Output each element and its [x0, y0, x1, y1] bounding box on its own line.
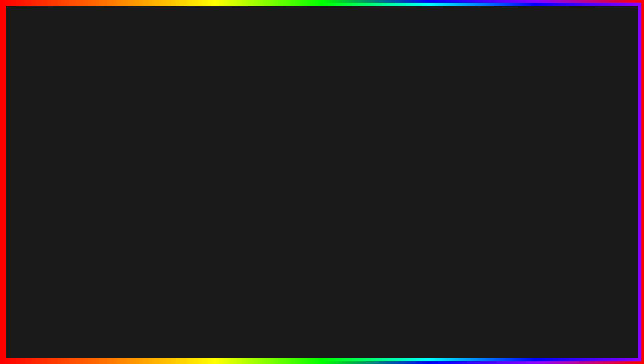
sidebar-dungeon-r-label: Dungeon	[463, 136, 479, 141]
auto-near-card[interactable]: Auto Near Mob	[85, 181, 186, 193]
pastebin-word: PASTEBIN	[392, 314, 542, 347]
skull-icon: 💀	[544, 312, 565, 331]
logo-blox-text: BLOX	[576, 309, 615, 321]
auto-near-label: Auto Near Mob	[90, 184, 181, 189]
sidebar-item-dungeon[interactable]: ⚔ Dungeon	[42, 154, 80, 165]
home-icon: 🏠	[46, 114, 51, 120]
sidebar-item-player[interactable]: 👤 Player	[42, 133, 80, 144]
script-word: SCRIPT	[274, 314, 384, 347]
farming-subtitle: Auto Farm	[90, 137, 107, 141]
setting-icon: ⚙	[45, 125, 50, 130]
weapon-select-label: Select Weapon Melee	[90, 152, 129, 157]
left-window-controls: — □ ✕	[168, 101, 187, 106]
right-window-title: Annie Hub By Mars	[455, 101, 495, 106]
farming-card-title: Farming	[90, 131, 181, 136]
right-window-body: 🌀 Teleport 🍎 Devil Fruit ⚔ Dungeon » Rac…	[452, 108, 607, 242]
sidebar-item-devil-fruit-r[interactable]: 🍎 Devil Fruit	[452, 122, 492, 133]
sidebar-misc-label: Misc	[463, 168, 471, 173]
auto-kill-players-label: Auto Kill Players Trial	[502, 178, 543, 183]
level-row[interactable]: Auto Farm Level ✔	[85, 164, 186, 177]
level-checkmark: ✔	[121, 167, 126, 174]
level-text: Auto Farm Level ✔	[90, 167, 181, 174]
sidebar-setting-label: Setting	[53, 125, 65, 130]
auto-kill-players-toggle[interactable]	[585, 177, 597, 183]
weapon-select-row[interactable]: Select Weapon Melee ▼	[85, 149, 186, 160]
svg-point-9	[165, 246, 171, 250]
left-content-title: Main	[85, 113, 186, 122]
sidebar-item-setting[interactable]: ⚙ Setting	[42, 122, 80, 133]
left-maximize-button[interactable]: □	[177, 101, 179, 106]
auto-trial-row[interactable]: Auto Trial	[497, 190, 602, 204]
sidebar-main-label: Main	[54, 115, 63, 119]
sidebar-race-v4-label: Race V4	[464, 147, 480, 151]
right-minimize-button[interactable]: —	[585, 101, 589, 106]
race-door-row[interactable]: Race Door ›	[497, 141, 602, 154]
race-door-chevron: ›	[596, 145, 597, 150]
redeem-card[interactable]: Redeem All Code Redeem all codes...	[85, 196, 186, 213]
right-window-titlebar: Annie Hub By Mars — □ ✕	[452, 99, 607, 108]
sidebar-df-r-label: Devil Fruit	[463, 125, 481, 130]
right-window-controls: — □ ✕	[585, 101, 604, 106]
sidebar-item-main[interactable]: 🏠 Main	[42, 112, 80, 122]
sidebar-devil-fruit-label: Devil Fruit	[53, 147, 71, 151]
redeem-sub: Redeem all codes...	[90, 205, 181, 209]
left-window-title: Annie Hub By Mars	[45, 101, 85, 106]
player-icon: 👤	[45, 136, 50, 141]
auto-trial-label: Auto Trial	[502, 194, 520, 199]
left-window: Annie Hub By Mars — □ ✕ 🏠 Main ⚙ Setting	[41, 98, 191, 236]
logo-fruits-text: FRUITS	[576, 321, 615, 334]
farming-checkmark: ✔	[109, 136, 113, 142]
right-window: Annie Hub By Mars — □ ✕ 🌀 Teleport 🍎 Dev…	[451, 98, 608, 242]
misc-icon: ⊕	[455, 168, 460, 173]
left-minimize-button[interactable]: —	[168, 101, 173, 106]
svg-point-6	[163, 262, 165, 263]
sidebar-item-race-v4[interactable]: » Race V4	[452, 144, 492, 154]
sidebar-dungeon-label: Dungeon	[53, 157, 69, 162]
auto-kill-players-row[interactable]: Auto Kill Players Trial	[497, 173, 602, 187]
right-main-content: Race V4 Auto Race Race Door › Auto [ Hum…	[492, 108, 607, 242]
update-word: UPDATE	[102, 314, 224, 347]
blox-fruits-logo: 💀 BLOX FRUITS	[534, 301, 615, 341]
sidebar-item-shop[interactable]: 🛒 Shop	[452, 154, 492, 165]
sidebar-item-misc[interactable]: ⊕ Misc	[452, 165, 492, 176]
level-label: Auto Farm Level	[90, 168, 119, 173]
redeem-title: Redeem All Code	[90, 200, 181, 205]
sidebar-item-devil-fruit[interactable]: 🍎 Devil Fruit	[42, 144, 80, 154]
auto-trial-toggle[interactable]	[585, 193, 597, 200]
sidebar-shop-label: Shop	[463, 157, 472, 162]
free-nokey-section: FREE NO KEY !!	[324, 92, 437, 158]
farming-card[interactable]: Farming Auto Farm ✔	[85, 127, 186, 146]
left-window-titlebar: Annie Hub By Mars — □ ✕	[42, 99, 191, 108]
update-section: UPDATE 20 SCRIPT PASTEBIN	[102, 314, 542, 348]
main-title: BLOX FRUITS	[153, 9, 491, 71]
auto-human-ghoul-row[interactable]: Auto [ Human / Ghoul ] Trial	[497, 156, 602, 170]
main-container: BLOX FRUITS MOBILE ✔ ANDROID ✔ FREE NO K…	[0, 0, 644, 364]
auto-race-label: Auto Race	[502, 130, 522, 135]
left-close-button[interactable]: ✕	[183, 101, 187, 106]
sidebar-teleport-label: Teleport	[463, 115, 477, 119]
update-number: 20	[232, 314, 265, 347]
auto-human-ghoul-toggle[interactable]	[585, 160, 597, 167]
left-sidebar: 🏠 Main ⚙ Setting 👤 Player 🍎 Devil Fruit …	[42, 108, 80, 235]
auto-human-ghoul-label: Auto [ Human / Ghoul ] Trial	[502, 161, 555, 166]
right-sidebar: 🌀 Teleport 🍎 Devil Fruit ⚔ Dungeon » Rac…	[452, 108, 492, 242]
devil-fruit-icon: 🍎	[45, 146, 50, 152]
teleport-icon: 🌀	[455, 114, 460, 120]
sidebar-item-teleport[interactable]: 🌀 Teleport	[452, 112, 492, 122]
race-v4-title: Race V4	[497, 113, 602, 122]
race-door-label: Race Door	[502, 145, 523, 150]
weapon-dropdown-arrow: ▼	[176, 152, 181, 157]
devil-fruit-r-icon: 🍎	[455, 125, 460, 130]
svg-point-7	[173, 262, 175, 263]
fruit-icon	[146, 243, 190, 288]
right-maximize-button[interactable]: □	[593, 101, 596, 106]
auto-race-row[interactable]: Auto Race	[497, 126, 602, 138]
left-window-body: 🏠 Main ⚙ Setting 👤 Player 🍎 Devil Fruit …	[42, 108, 191, 235]
sidebar-item-dungeon-r[interactable]: ⚔ Dungeon	[452, 133, 492, 144]
svg-rect-8	[167, 249, 169, 255]
logo-circle: 💀	[534, 301, 574, 341]
left-main-content: Main Farming Auto Farm ✔ Select Weapon M…	[80, 108, 191, 235]
right-close-button[interactable]: ✕	[600, 101, 604, 106]
farming-card-sub: Auto Farm ✔	[90, 136, 181, 142]
redeem-subtitle: Redeem all codes...	[90, 205, 122, 209]
